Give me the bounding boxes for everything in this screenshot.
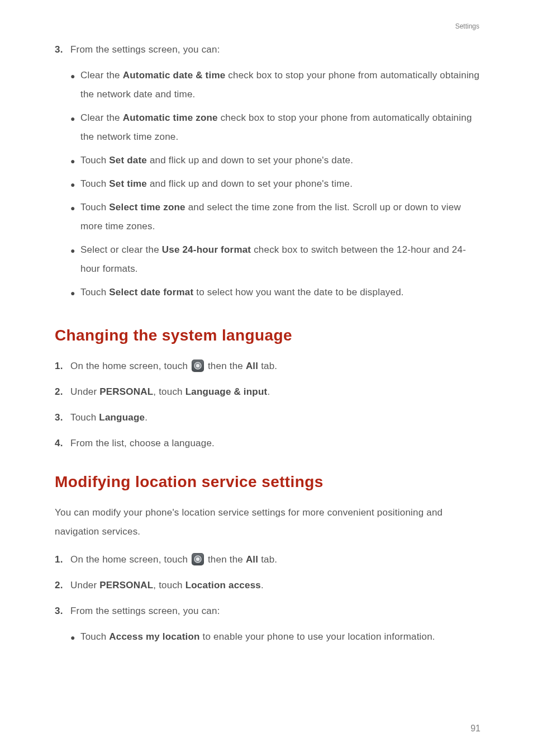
- settings-gear-icon: [192, 553, 204, 565]
- step-number: 1.: [55, 357, 70, 376]
- step-number: 1.: [55, 550, 70, 569]
- bullet-item: ● Select or clear the Use 24-hour format…: [70, 240, 483, 278]
- heading-modifying-location: Modifying location service settings: [55, 473, 483, 491]
- lang-step-2: 2. Under PERSONAL, touch Language & inpu…: [55, 382, 483, 401]
- bullet-dot-icon: ●: [70, 627, 80, 646]
- bullet-dot-icon: ●: [70, 240, 80, 278]
- bullet-item: ● Touch Set date and flick up and down t…: [70, 151, 483, 170]
- settings-gear-icon: [192, 360, 204, 372]
- step-number: 3.: [55, 602, 70, 651]
- step-number: 3.: [55, 40, 70, 306]
- bullet-item: ● Touch Access my location to enable you…: [70, 627, 483, 646]
- bullet-item: ● Touch Set time and flick up and down t…: [70, 174, 483, 193]
- heading-changing-language: Changing the system language: [55, 327, 483, 344]
- bullet-dot-icon: ●: [70, 108, 80, 147]
- bullet-item: ● Clear the Automatic date & time check …: [70, 66, 483, 104]
- step-number: 3.: [55, 408, 70, 427]
- bullet-dot-icon: ●: [70, 151, 80, 170]
- step-number: 2.: [55, 382, 70, 401]
- bullet-item: ● Clear the Automatic time zone check bo…: [70, 108, 483, 147]
- loc-step-3: 3. From the settings screen, you can: ● …: [55, 602, 483, 651]
- page-number: 91: [470, 724, 480, 734]
- step-number: 2.: [55, 576, 70, 595]
- location-intro-paragraph: You can modify your phone's location ser…: [55, 503, 483, 541]
- step-3-bullets: ● Clear the Automatic date & time check …: [70, 66, 483, 302]
- step-lead-text: From the settings screen, you can:: [70, 606, 220, 616]
- lang-step-4: 4. From the list, choose a language.: [55, 434, 483, 453]
- step-lead-text: From the settings screen, you can:: [70, 44, 220, 55]
- document-page: Settings 3. From the settings screen, yo…: [0, 0, 533, 756]
- bullet-dot-icon: ●: [70, 174, 80, 193]
- bullet-dot-icon: ●: [70, 283, 80, 302]
- loc-step-3-bullets: ● Touch Access my location to enable you…: [70, 627, 483, 646]
- bullet-item: ● Touch Select time zone and select the …: [70, 198, 483, 236]
- loc-step-1: 1. On the home screen, touch then the Al…: [55, 550, 483, 569]
- lang-step-3: 3. Touch Language.: [55, 408, 483, 427]
- bullet-dot-icon: ●: [70, 198, 80, 236]
- loc-step-2: 2. Under PERSONAL, touch Location access…: [55, 576, 483, 595]
- header-section-label: Settings: [55, 22, 483, 30]
- lang-step-1: 1. On the home screen, touch then the Al…: [55, 357, 483, 376]
- bullet-dot-icon: ●: [70, 66, 80, 104]
- step-3: 3. From the settings screen, you can: ● …: [55, 40, 483, 306]
- step-number: 4.: [55, 434, 70, 453]
- bullet-item: ● Touch Select date format to select how…: [70, 283, 483, 302]
